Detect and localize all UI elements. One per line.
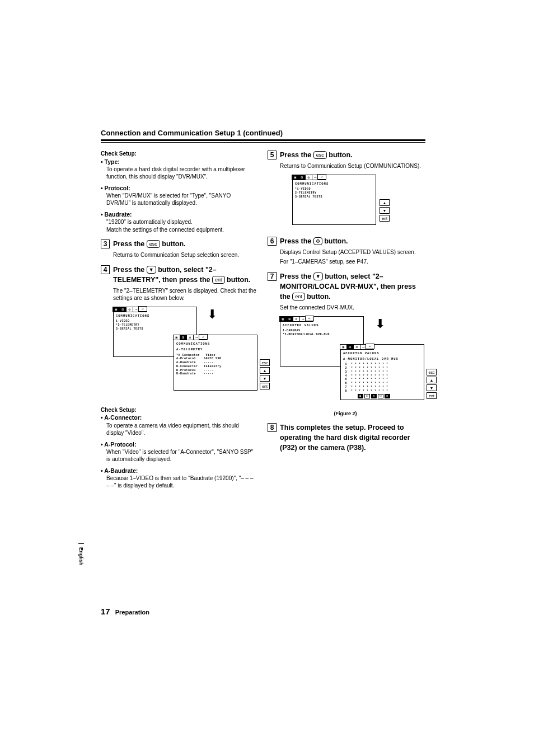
step-8-instruction: This completes the setup. Proceed to ope… — [280, 422, 423, 453]
screen-row: 4 * * * * * * * * * * — [343, 374, 421, 378]
screen-title: COMMUNICATIONS — [116, 314, 194, 318]
step-7-instruction: Press the ▼ button, select "2–MONITOR/LO… — [280, 271, 423, 302]
bottom-icon-bar: ■ □ ⊞ □ ⊞ — [358, 394, 390, 398]
bullet-aconnector-body: To operate a camera via video equipment,… — [106, 422, 256, 437]
step-5-number: 5 — [268, 151, 277, 159]
step-5-body: Returns to Communication Setup (COMMUNIC… — [280, 162, 423, 170]
gear-key-icon: ⚙ — [313, 237, 322, 245]
footer-icon: □ — [378, 394, 383, 398]
up-key-icon: ▲ — [380, 199, 390, 206]
up-key-icon: ▲ — [427, 377, 437, 383]
step-6-body2: For "1–CAMERAS" setup, see P47. — [280, 258, 423, 266]
esc-key-icon: esc — [260, 359, 270, 366]
down-key-icon: ▼ — [427, 384, 437, 391]
screen-row: 7 * * * * * * * * * * — [343, 386, 421, 389]
step-5-instruction: Press the esc button. — [280, 150, 353, 160]
screen-title: COMMUNICATIONS — [176, 342, 255, 346]
tab-enter-icon: ↩ — [305, 316, 314, 321]
step-6-body1: Displays Control Setup (ACCEPTED VALUES)… — [280, 248, 423, 256]
screen-subtitle: A-MONITOR/LOCAL DVR-MUX — [343, 357, 421, 361]
step-3-number: 3 — [101, 240, 110, 248]
bullet-type: • Type: — [101, 158, 256, 166]
screen-row: B-Connector Telemetry — [176, 365, 255, 369]
bullet-type-body: To operate a hard disk digital recorder … — [106, 166, 256, 181]
esc-key: esc — [313, 151, 327, 159]
footer-icon: ⊞ — [385, 394, 390, 398]
step-7-body: Set the connected DVR-MUX. — [280, 304, 423, 312]
screen-row: A-Baudrate ----- — [176, 361, 255, 365]
screen-row: 3 * * * * * * * * * * — [343, 370, 421, 374]
figure-caption: (Figure 2) — [268, 410, 423, 417]
up-key-icon: ▲ — [260, 367, 270, 374]
step-6-instruction: Press the ⚙ button. — [280, 236, 348, 246]
side-keys: ▲ ▼ ent — [380, 199, 390, 222]
screen-item: 1-CAMERAS — [283, 329, 361, 333]
bullet-abaudrate-body: Because 1–VIDEO is then set to "Baudrate… — [106, 475, 256, 490]
bullet-protocol: • Protocol: — [101, 184, 256, 192]
screen-item: *1-VIDEO — [295, 187, 373, 191]
arrow-down-icon: ⬇ — [207, 311, 217, 317]
down-key-icon: ▼ — [380, 207, 390, 214]
screen-accepted-front: ▣ ⊞ ⚙ ⟶ ✕ ↩ ACCEPTED VALUES A-MONITOR/LO… — [340, 344, 424, 400]
screen-item: 2-TELEMETRY — [295, 191, 373, 195]
screen-item: 3-SERIAL TESTS — [116, 327, 194, 331]
side-keys: esc ▲ ▼ ent — [260, 359, 270, 389]
footer-icon: ⊞ — [371, 394, 377, 398]
esc-key: esc — [147, 240, 160, 248]
ent-key-icon: ent — [260, 383, 270, 389]
tab-enter-icon: ↩ — [199, 334, 208, 340]
right-column: 5 Press the esc button. Returns to Commu… — [268, 150, 423, 493]
bullet-protocol-body: When "DVR/MUX" is selected for "Type", "… — [106, 192, 256, 207]
ent-key-icon: ent — [380, 215, 390, 222]
arrow-down-icon: ⬇ — [375, 321, 385, 327]
screen-row: 6 * * * * * * * * * * — [343, 382, 421, 386]
screen-subtitle: A-TELEMETRY — [176, 348, 255, 351]
ent-key-icon: ent — [427, 392, 437, 399]
footer-section: Preparation — [115, 609, 149, 616]
bullet-aprotocol: • A-Protocol: — [101, 440, 256, 448]
ent-key: ent — [212, 276, 225, 284]
check-setup-heading-1: Check Setup: — [101, 150, 256, 158]
screen-row: 8 * * * * * * * * * * — [343, 389, 421, 393]
bullet-abaudrate: • A-Baudrate: — [101, 467, 256, 475]
language-tab: English — [78, 543, 84, 566]
down-key: ▼ — [147, 266, 156, 274]
tab-enter-icon: ↩ — [138, 306, 147, 312]
footer-icon: ■ — [358, 394, 363, 398]
screen-item: *2-MONITOR/LOCAL DVR-MUX — [283, 333, 361, 337]
esc-key-icon: esc — [427, 369, 437, 375]
screen-row: 5 * * * * * * * * * * — [343, 378, 421, 382]
check-setup-heading-2: Check Setup: — [101, 406, 256, 414]
step-8-number: 8 — [268, 423, 277, 432]
screen-row: *A-Connector Video — [176, 354, 255, 358]
tab-enter-icon: ↩ — [317, 174, 326, 180]
ent-key: ent — [292, 293, 305, 300]
bullet-aconnector: • A-Connector: — [101, 414, 256, 421]
step-4-body: The "2–TELEMETRY" screen is displayed. C… — [113, 287, 256, 302]
step-7-number: 7 — [268, 272, 277, 281]
screen-title: COMMUNICATIONS — [295, 182, 373, 186]
bullet-baudrate-body1: "19200" is automatically displayed. — [106, 218, 256, 226]
screen-row: 2 * * * * * * * * * * — [343, 367, 421, 370]
step-6-number: 6 — [268, 237, 277, 246]
page-number: 17 — [101, 607, 110, 616]
screen-row: A-Protocol SANYO SSP — [176, 357, 255, 361]
bullet-baudrate-body2: Match the settings of the connected equi… — [106, 226, 256, 234]
screen-title: ACCEPTED VALUES — [283, 323, 361, 327]
screen-row: B-Baudrate ----- — [176, 372, 255, 376]
left-column: Check Setup: • Type: To operate a hard d… — [101, 150, 256, 493]
screen-item: *2-TELEMETRY — [116, 323, 194, 327]
step-3-body: Returns to Communication Setup selection… — [113, 251, 256, 259]
tab-enter-icon: ↩ — [366, 344, 374, 349]
screen-row: 1 * * * * * * * * * * — [343, 363, 421, 367]
section-title: Connection and Communication Setup 1 (co… — [101, 129, 425, 141]
screen-item: 3-SERIAL TESTS — [295, 195, 373, 199]
footer: 17 Preparation — [101, 607, 149, 616]
footer-icon: □ — [364, 394, 370, 398]
step-4-number: 4 — [101, 265, 110, 274]
down-key-icon: ▼ — [260, 375, 270, 382]
step-3-instruction: Press the esc button. — [113, 239, 186, 249]
side-keys: esc ▲ ▼ ent — [427, 369, 437, 399]
screen-item: 1-VIDEO — [116, 320, 194, 323]
screen-row: B-Protocol ----- — [176, 369, 255, 373]
